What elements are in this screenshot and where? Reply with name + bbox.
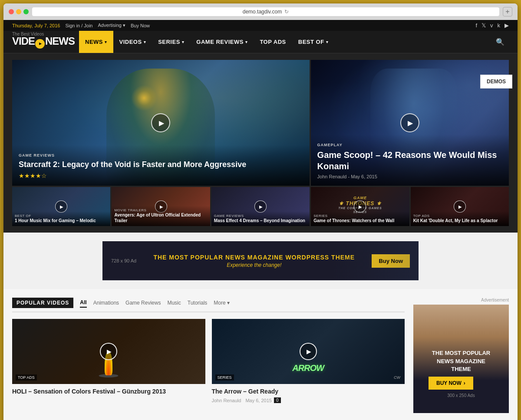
ad-title: The Most Popular NEWS MAGAZINE WordPress… bbox=[145, 254, 363, 261]
arrow-comment-count: 0 bbox=[274, 397, 281, 403]
hero-main-card[interactable]: GAME REVIEWS Starcraft 2: Legacy of the … bbox=[12, 60, 310, 186]
thumb-category-3: GAME REVIEWS bbox=[214, 214, 307, 218]
hero-secondary-author: John Renauld bbox=[317, 174, 347, 179]
thumb-title-5: Kit Kat 'Double Act, My Life as a Splact… bbox=[413, 218, 506, 223]
refresh-icon[interactable]: ↻ bbox=[284, 9, 289, 15]
thumb-play-4[interactable] bbox=[354, 200, 366, 213]
top-bar-right: f 𝕏 v k ▶ bbox=[475, 22, 509, 29]
browser-frame: demo.tagdiv.com ↻ + Thursday, July 7, 20… bbox=[3, 3, 518, 420]
ad-tagline: Experience the change! bbox=[145, 262, 363, 268]
nav-gamereviews-chevron: ▾ bbox=[245, 40, 248, 44]
vimeo-icon[interactable]: v bbox=[490, 22, 493, 29]
vk-icon[interactable]: k bbox=[498, 22, 501, 29]
thumb-play-3[interactable] bbox=[254, 200, 267, 213]
hero-secondary-title: Game Scoop! – 42 Reasons We Would Miss K… bbox=[317, 149, 502, 172]
thumb-title-4: Game of Thrones: Watchers of the Wall bbox=[313, 218, 406, 223]
thumb-item-3[interactable]: GAME REVIEWS Mass Effect 4 Dreams – Beyo… bbox=[211, 187, 310, 226]
nav-gamereviews-label: GAME REVIEWS bbox=[196, 39, 244, 45]
nav-topads-label: TOP ADS bbox=[260, 39, 286, 45]
thumb-category-1: BEST OF bbox=[15, 214, 108, 218]
holi-video-title: HOLI – Sensation of Colors Festival – Gü… bbox=[12, 387, 205, 395]
search-icon[interactable]: 🔍 bbox=[491, 33, 509, 50]
hero-section: GAME REVIEWS Starcraft 2: Legacy of the … bbox=[3, 53, 518, 186]
filter-tutorials[interactable]: Tutorials bbox=[188, 299, 208, 307]
nav-bestof-label: BEST OF bbox=[298, 39, 324, 45]
nav-items: NEWS▾ VIDEOS▾ SERIES▾ GAME REVIEWS▾ TOP … bbox=[79, 31, 491, 53]
arrow-logo: ARROW bbox=[292, 363, 324, 373]
arrow-play-button[interactable] bbox=[300, 343, 317, 360]
date-label: Thursday, July 7, 2016 bbox=[12, 23, 60, 28]
starcraft-gem bbox=[131, 85, 157, 111]
video-card-holi[interactable]: Top Ads HOLI – Sensation of Colors Festi… bbox=[12, 319, 205, 403]
sidebar-ad-size: 300 x 250 Ads bbox=[429, 393, 494, 398]
ad-content: The Most Popular NEWS MAGAZINE WordPress… bbox=[145, 254, 363, 268]
hero-secondary-play-button[interactable] bbox=[400, 113, 419, 132]
main-nav: The Best Videos VIDE▶NEWS NEWS▾ VIDEOS▾ … bbox=[3, 31, 518, 53]
hero-secondary-overlay: GAMEPLAY Game Scoop! – 42 Reasons We Wou… bbox=[311, 135, 509, 186]
buy-now-link[interactable]: Buy Now bbox=[131, 23, 150, 28]
nav-item-top-ads[interactable]: TOP ADS bbox=[254, 31, 292, 53]
nav-series-label: SERIES bbox=[158, 39, 180, 45]
video-grid: Top Ads HOLI – Sensation of Colors Festi… bbox=[12, 319, 405, 403]
ad-inner: 728 x 90 Ad The Most Popular NEWS MAGAZI… bbox=[102, 241, 419, 280]
hero-secondary-card[interactable]: GAMEPLAY Game Scoop! – 42 Reasons We Wou… bbox=[311, 60, 509, 186]
minimize-dot[interactable] bbox=[16, 9, 21, 14]
thumb-category-4: SERIES bbox=[313, 214, 406, 218]
filter-animations[interactable]: Animations bbox=[93, 299, 119, 307]
holi-play-button[interactable] bbox=[100, 343, 117, 360]
top-bar-left: Thursday, July 7, 2016 Sign in / Join Ad… bbox=[12, 23, 150, 28]
browser-titlebar: demo.tagdiv.com ↻ + bbox=[3, 3, 518, 20]
hero-main-overlay: GAME REVIEWS Starcraft 2: Legacy of the … bbox=[12, 145, 310, 186]
sign-in-link[interactable]: Sign in / Join bbox=[65, 23, 92, 28]
thumb-title-1: 1 Hour Music Mix for Gaming – Melodic bbox=[15, 218, 108, 223]
filter-game-reviews[interactable]: Game Reviews bbox=[125, 299, 161, 307]
hero-secondary-meta: John Renauld - May 6, 2015 bbox=[317, 174, 502, 179]
thumb-play-5[interactable] bbox=[454, 200, 466, 213]
url-bar[interactable]: demo.tagdiv.com ↻ bbox=[32, 7, 499, 16]
filter-more[interactable]: More ▾ bbox=[214, 300, 229, 306]
hero-main-title: Starcraft 2: Legacy of the Void is Faste… bbox=[19, 160, 303, 170]
thumb-category-2: MOVIE TRAILERS bbox=[114, 208, 207, 212]
advertising-link[interactable]: Advertising ▾ bbox=[98, 23, 125, 28]
thumb-item-5[interactable]: TOP ADS Kit Kat 'Double Act, My Life as … bbox=[411, 187, 509, 226]
new-tab-button[interactable]: + bbox=[503, 7, 512, 16]
holi-category-badge: Top Ads bbox=[16, 374, 37, 381]
demos-button[interactable]: DEMOS bbox=[480, 75, 512, 89]
filter-music[interactable]: Music bbox=[167, 299, 181, 307]
popular-videos-title: POPULAR VIDEOS bbox=[12, 298, 73, 308]
thumb-category-5: TOP ADS bbox=[413, 214, 506, 218]
popular-main: POPULAR VIDEOS All Animations Game Revie… bbox=[12, 298, 405, 413]
nav-item-series[interactable]: SERIES▾ bbox=[152, 31, 190, 53]
sidebar-ad-title: The Most Popular NEWS MAGAZINE Theme bbox=[429, 349, 494, 373]
filter-all[interactable]: All bbox=[80, 298, 86, 308]
sidebar-ad-label: Advertisement bbox=[413, 298, 509, 302]
maximize-dot[interactable] bbox=[23, 9, 29, 14]
facebook-icon[interactable]: f bbox=[475, 22, 477, 29]
thumb-item-2[interactable]: MOVIE TRAILERS Avengers: Age of Ultron O… bbox=[112, 187, 210, 226]
thumb-item-4[interactable]: GAME ⚜ THRONES ⚜ THE COMPLETE GAMES SERI… bbox=[311, 187, 409, 226]
thumbnail-row: BEST OF 1 Hour Music Mix for Gaming – Me… bbox=[3, 186, 518, 233]
sidebar-ad-buy-button[interactable]: BUY NOW › bbox=[429, 377, 473, 390]
top-bar: Thursday, July 7, 2016 Sign in / Join Ad… bbox=[3, 20, 518, 31]
popular-sidebar: Advertisement The Most Popular NEWS MAGA… bbox=[413, 298, 509, 413]
arrow-category-badge: Series bbox=[215, 374, 234, 381]
logo[interactable]: The Best Videos VIDE▶NEWS bbox=[12, 31, 75, 53]
nav-videos-chevron: ▾ bbox=[144, 40, 146, 44]
logo-text: The Best Videos VIDE▶NEWS bbox=[12, 35, 75, 49]
filter-tabs: All Animations Game Reviews Music Tutori… bbox=[80, 298, 229, 308]
nav-item-best-of[interactable]: BEST OF▾ bbox=[292, 31, 334, 53]
nav-item-videos[interactable]: VIDEOS▾ bbox=[113, 31, 152, 53]
arrow-date: May 6, 2015 bbox=[245, 398, 272, 403]
ad-buy-now-button[interactable]: Buy Now bbox=[372, 254, 410, 268]
thumb-overlay-4: SERIES Game of Thrones: Watchers of the … bbox=[311, 211, 409, 226]
video-card-arrow[interactable]: ARROW CW Series The Arrow – Get Ready Jo… bbox=[212, 319, 405, 403]
thumb-play-1[interactable] bbox=[55, 200, 67, 213]
ad-size-label: 728 x 90 Ad bbox=[111, 258, 136, 263]
nav-item-game-reviews[interactable]: GAME REVIEWS▾ bbox=[190, 31, 254, 53]
thumb-item-1[interactable]: BEST OF 1 Hour Music Mix for Gaming – Me… bbox=[12, 187, 110, 226]
hero-main-play-button[interactable] bbox=[151, 113, 170, 132]
nav-item-news[interactable]: NEWS▾ bbox=[79, 31, 113, 53]
youtube-icon[interactable]: ▶ bbox=[505, 22, 509, 29]
twitter-icon[interactable]: 𝕏 bbox=[481, 22, 486, 29]
close-dot[interactable] bbox=[9, 9, 14, 14]
